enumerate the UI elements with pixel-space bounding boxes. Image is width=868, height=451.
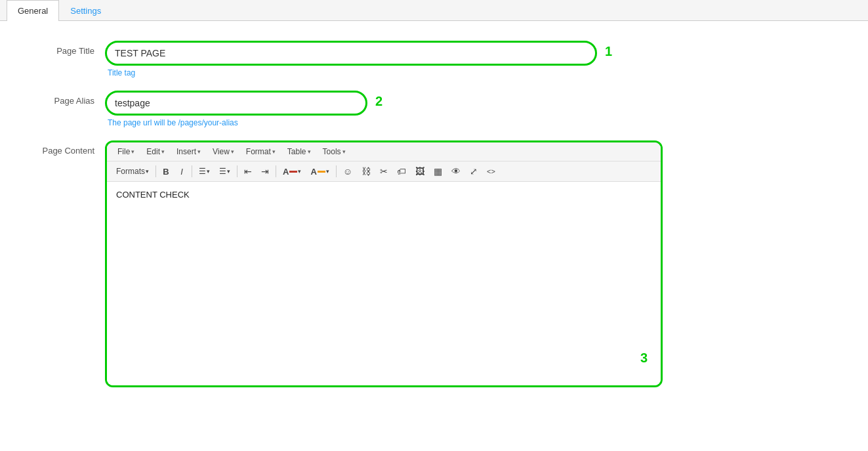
page-alias-field: 2 The page url will be /pages/your-alias: [105, 91, 842, 127]
toolbar-font-color[interactable]: A ▾: [279, 165, 305, 179]
tabs-bar: General Settings: [0, 0, 868, 21]
toolbar-fullscreen[interactable]: ⤢: [466, 164, 482, 179]
page-content-label: Page Content: [26, 140, 105, 156]
divider-3: [237, 165, 238, 177]
tab-general[interactable]: General: [7, 0, 59, 21]
toolbar-bookmark[interactable]: 🏷: [393, 164, 410, 179]
toolbar-code[interactable]: <>: [483, 165, 499, 177]
menu-tools[interactable]: Tools ▾: [318, 145, 351, 158]
toolbar-italic[interactable]: I: [175, 165, 189, 179]
page-alias-label: Page Alias: [26, 91, 105, 106]
divider-5: [336, 165, 337, 177]
page-title-field: 1 Title tag: [105, 41, 842, 77]
toolbar-unordered-list[interactable]: ☰▾: [195, 165, 214, 178]
page-content-field: File ▾ Edit ▾ Insert ▾ View: [105, 140, 842, 387]
toolbar-bg-color[interactable]: A ▾: [306, 165, 333, 179]
tab-settings[interactable]: Settings: [59, 0, 112, 21]
editor-toolbar: Formats ▾ B I ☰▾ ☰▾: [107, 161, 661, 182]
editor-menubar: File ▾ Edit ▾ Insert ▾ View: [107, 142, 661, 161]
menu-insert[interactable]: Insert ▾: [171, 145, 206, 158]
toolbar-unlink[interactable]: ✂: [376, 164, 392, 179]
page-title-label: Page Title: [26, 41, 105, 56]
menu-table[interactable]: Table ▾: [282, 145, 316, 158]
annotation-3: 3: [640, 351, 648, 366]
editor-content: CONTENT CHECK: [116, 190, 651, 200]
page-content-row: Page Content File ▾ Edit ▾: [26, 140, 842, 387]
page-title-hint: Title tag: [108, 68, 842, 77]
annotation-1: 1: [605, 41, 612, 58]
menu-view[interactable]: View ▾: [207, 145, 239, 158]
page-title-row: Page Title 1 Title tag: [26, 41, 842, 77]
menu-edit[interactable]: Edit ▾: [141, 145, 170, 158]
menu-format[interactable]: Format ▾: [241, 145, 281, 158]
toolbar-preview[interactable]: 👁: [447, 164, 465, 179]
toolbar-formats[interactable]: Formats ▾: [112, 165, 153, 178]
editor-body[interactable]: CONTENT CHECK 3: [107, 182, 661, 385]
divider-4: [276, 165, 276, 177]
divider-2: [192, 165, 192, 177]
menu-file[interactable]: File ▾: [112, 145, 140, 158]
toolbar-align-right[interactable]: ⇥: [257, 164, 273, 179]
toolbar-emoji[interactable]: ☺: [339, 164, 356, 179]
page-alias-row: Page Alias 2 The page url will be /pages…: [26, 91, 842, 127]
toolbar-align-left[interactable]: ⇤: [240, 164, 256, 179]
annotation-2: 2: [375, 91, 382, 108]
toolbar-link[interactable]: ⛓: [358, 164, 375, 179]
toolbar-media[interactable]: ▦: [430, 164, 446, 179]
editor-wrapper: File ▾ Edit ▾ Insert ▾ View: [105, 140, 663, 387]
toolbar-bold[interactable]: B: [159, 165, 173, 179]
toolbar-image[interactable]: 🖼: [411, 164, 428, 179]
divider-1: [155, 165, 156, 177]
page-title-input[interactable]: [105, 41, 597, 66]
toolbar-ordered-list[interactable]: ☰▾: [215, 165, 234, 178]
page-alias-hint: The page url will be /pages/your-alias: [108, 118, 842, 127]
page-alias-input[interactable]: [105, 91, 367, 116]
main-content: Page Title 1 Title tag Page Alias 2 The …: [0, 21, 868, 420]
